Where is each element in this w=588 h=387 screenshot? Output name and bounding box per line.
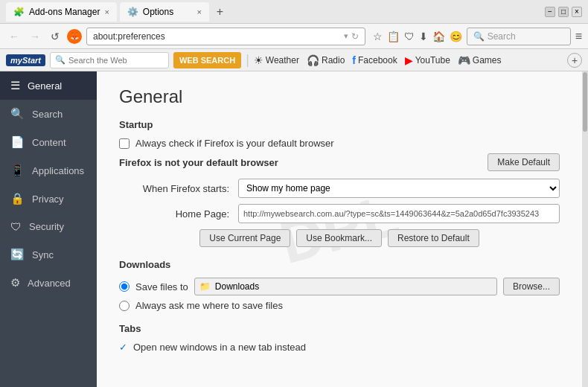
sync-icon: 🔄	[10, 248, 25, 261]
sidebar-item-applications[interactable]: 📱 Applications	[0, 156, 97, 185]
maximize-button[interactable]: □	[558, 7, 569, 17]
open-new-windows-label: Open new windows in a new tab instead	[133, 342, 306, 353]
toolbar-items: ☀ Weather 🎧 Radio f Facebook ▶ YouTube 🎮…	[254, 54, 502, 66]
toolbar-search-box[interactable]: 🔍	[50, 52, 169, 68]
browse-button[interactable]: Browse...	[503, 278, 560, 295]
startup-section-title: Startup	[119, 119, 560, 130]
downloads-section-title: Downloads	[119, 259, 560, 270]
folder-name: Downloads	[215, 281, 259, 292]
sidebar-item-search[interactable]: 🔍 Search	[0, 100, 97, 128]
home-icon[interactable]: 🏠	[432, 31, 445, 42]
url-bar[interactable]: about:preferences ▾ ↻	[86, 28, 365, 45]
close-button[interactable]: ×	[572, 7, 582, 17]
downloads-folder-display: 📁 Downloads	[194, 278, 497, 295]
home-page-label: Home Page:	[119, 208, 238, 220]
toolbar-games-label: Games	[473, 55, 502, 65]
tab-options[interactable]: ⚙️ Options ×	[120, 2, 209, 22]
save-files-row: Save files to 📁 Downloads Browse...	[119, 278, 560, 295]
scrollbar-thumb[interactable]	[583, 72, 587, 132]
tab-addons[interactable]: 🧩 Add-ons Manager ×	[6, 2, 117, 22]
sidebar-privacy-label: Privacy	[32, 194, 64, 205]
sidebar-general-label: General	[28, 80, 62, 92]
bookmark-icon[interactable]: 📋	[387, 31, 400, 42]
toolbar-add-button[interactable]: +	[567, 53, 582, 68]
nav-search-placeholder: Search	[488, 31, 516, 42]
general-icon: ☰	[10, 79, 20, 92]
reload-button[interactable]: ↺	[48, 29, 63, 44]
nav-icons: ☆ 📋 🛡 ⬇ 🏠 😊	[373, 31, 462, 42]
url-dropdown-icon: ▾	[344, 31, 348, 41]
always-ask-row: Always ask me where to save files	[119, 300, 560, 311]
download-icon[interactable]: ⬇	[419, 31, 428, 42]
nav-search-box[interactable]: 🔍 Search	[467, 28, 571, 45]
sidebar-item-privacy[interactable]: 🔒 Privacy	[0, 185, 97, 213]
addons-tab-close[interactable]: ×	[104, 7, 109, 16]
folder-icon: 📁	[199, 281, 211, 292]
toolbar-item-weather[interactable]: ☀ Weather	[254, 54, 299, 66]
mystart-logo: myStart	[6, 54, 45, 66]
when-starts-label: When Firefox starts:	[119, 183, 238, 194]
sidebar-sync-label: Sync	[32, 249, 54, 260]
youtube-icon: ▶	[405, 54, 413, 66]
shield-icon[interactable]: 🛡	[404, 31, 415, 42]
back-button[interactable]: ←	[6, 29, 22, 44]
when-starts-row: When Firefox starts: Show my home page	[119, 179, 560, 198]
forward-button[interactable]: →	[27, 29, 43, 44]
sidebar-item-general[interactable]: ☰ General	[0, 71, 97, 100]
sidebar: ☰ General 🔍 Search 📄 Content 📱 Applicati…	[0, 71, 97, 387]
home-page-input[interactable]	[238, 204, 560, 223]
make-default-button[interactable]: Make Default	[488, 153, 560, 171]
toolbar-item-facebook[interactable]: f Facebook	[352, 54, 397, 66]
sidebar-item-advanced[interactable]: ⚙ Advanced	[0, 269, 97, 297]
restore-default-button[interactable]: Restore to Default	[388, 229, 479, 247]
toolbar-search-icon: 🔍	[55, 55, 65, 65]
toolbar-facebook-label: Facebook	[358, 55, 397, 65]
games-icon: 🎮	[458, 54, 470, 66]
web-search-button[interactable]: WEB SEARCH	[173, 52, 241, 68]
toolbar-separator: |	[246, 52, 249, 68]
sidebar-item-sync[interactable]: 🔄 Sync	[0, 240, 97, 269]
hamburger-menu[interactable]: ≡	[575, 30, 582, 43]
minimize-button[interactable]: −	[545, 7, 555, 17]
options-tab-close[interactable]: ×	[196, 7, 201, 16]
weather-icon: ☀	[254, 54, 263, 66]
default-browser-checkbox[interactable]	[119, 138, 130, 149]
toolbar-item-youtube[interactable]: ▶ YouTube	[405, 54, 450, 66]
toolbar-search-input[interactable]	[68, 56, 143, 65]
addons-tab-label: Add-ons Manager	[29, 7, 100, 17]
open-new-windows-row: ✓ Open new windows in a new tab instead	[119, 342, 560, 353]
title-bar: 🧩 Add-ons Manager × ⚙️ Options × + − □ ×	[0, 0, 588, 24]
toolbar-item-radio[interactable]: 🎧 Radio	[307, 54, 345, 66]
account-icon[interactable]: 😊	[450, 31, 462, 42]
open-new-windows-checkmark: ✓	[119, 342, 127, 353]
search-magnifier-icon: 🔍	[473, 31, 485, 42]
save-files-radio[interactable]	[119, 281, 130, 292]
sidebar-content-label: Content	[32, 137, 66, 148]
toolbar-weather-label: Weather	[266, 55, 299, 65]
addons-tab-icon: 🧩	[13, 7, 25, 17]
sidebar-item-content[interactable]: 📄 Content	[0, 128, 97, 156]
window-controls: − □ ×	[545, 7, 582, 17]
star-icon[interactable]: ☆	[373, 31, 383, 42]
new-tab-button[interactable]: +	[212, 5, 228, 19]
sidebar-applications-label: Applications	[32, 165, 84, 176]
use-current-page-button[interactable]: Use Current Page	[199, 229, 290, 247]
home-page-row: Home Page:	[119, 204, 560, 223]
toolbar-radio-label: Radio	[322, 55, 345, 65]
nav-bar: ← → ↺ 🦊 about:preferences ▾ ↻ ☆ 📋 🛡 ⬇ 🏠 …	[0, 24, 588, 49]
scrollbar[interactable]	[582, 71, 588, 387]
use-bookmark-button[interactable]: Use Bookmark...	[296, 229, 382, 247]
save-files-label: Save files to	[135, 281, 188, 292]
not-default-row: Firefox is not your default browser Make…	[119, 153, 560, 171]
content-inner: General Startup Always check if Firefox …	[119, 86, 560, 353]
not-default-text: Firefox is not your default browser	[119, 157, 278, 168]
security-icon: 🛡	[10, 220, 22, 233]
when-starts-select[interactable]: Show my home page	[238, 179, 560, 198]
toolbar-item-games[interactable]: 🎮 Games	[458, 54, 502, 66]
main-layout: ☰ General 🔍 Search 📄 Content 📱 Applicati…	[0, 71, 588, 387]
always-ask-radio[interactable]	[119, 301, 130, 311]
firefox-logo: 🦊	[67, 29, 82, 44]
sidebar-item-security[interactable]: 🛡 Security	[0, 213, 97, 240]
refresh-icon: ↻	[351, 31, 359, 42]
page-btn-row: Use Current Page Use Bookmark... Restore…	[119, 229, 560, 247]
